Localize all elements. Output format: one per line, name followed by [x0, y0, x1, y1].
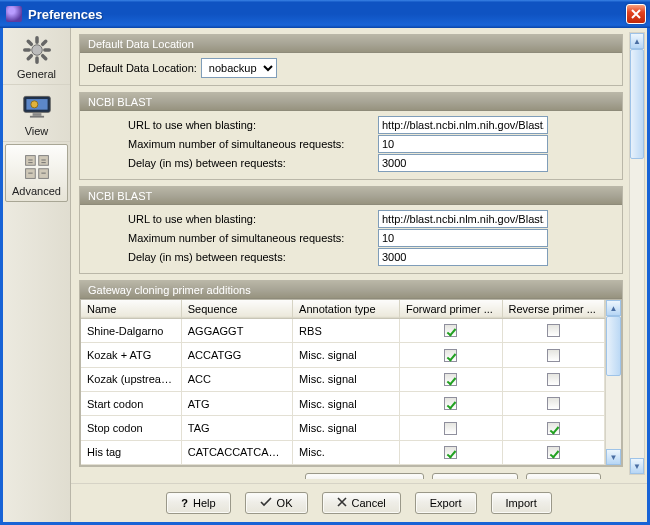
default-location-select[interactable]: nobackup	[201, 58, 277, 78]
cell-sequence[interactable]: ACC	[181, 367, 292, 391]
table-row[interactable]: His tagCATCACCATCACC...Misc.	[81, 440, 605, 464]
col-annotation[interactable]: Annotation type	[293, 300, 400, 319]
close-button[interactable]	[626, 4, 646, 24]
blast-url-input[interactable]	[378, 116, 548, 134]
forward-checkbox[interactable]	[444, 446, 457, 459]
blast-delay-input[interactable]	[378, 154, 548, 172]
cell-annotation[interactable]: Misc. signal	[293, 343, 400, 367]
scroll-up-icon[interactable]: ▲	[606, 300, 621, 316]
scroll-thumb[interactable]	[630, 49, 644, 159]
scroll-area: Default Data Location Default Data Locat…	[71, 28, 647, 479]
blast-delay-input[interactable]	[378, 248, 548, 266]
help-icon: ?	[181, 497, 188, 509]
scroll-down-icon[interactable]: ▼	[606, 449, 621, 465]
forward-checkbox[interactable]	[444, 422, 457, 435]
cell-annotation[interactable]: Misc. signal	[293, 416, 400, 440]
cell-sequence[interactable]: AGGAGGT	[181, 319, 292, 343]
cell-reverse[interactable]	[502, 416, 605, 440]
forward-checkbox[interactable]	[444, 397, 457, 410]
group-ncbi-blast-2: NCBI BLAST URL to use when blasting: Max…	[79, 186, 623, 274]
col-forward[interactable]: Forward primer ...	[400, 300, 502, 319]
group-header: NCBI BLAST	[80, 93, 622, 111]
pane-scrollbar[interactable]: ▲ ▼	[629, 32, 645, 475]
delete-row-button[interactable]: Delete Row	[432, 473, 519, 479]
table-row[interactable]: Kozak + ATGACCATGGMisc. signal	[81, 343, 605, 367]
group-default-location: Default Data Location Default Data Locat…	[79, 34, 623, 86]
cell-name[interactable]: Start codon	[81, 391, 181, 415]
reverse-checkbox[interactable]	[547, 324, 560, 337]
scroll-up-icon[interactable]: ▲	[630, 33, 644, 49]
cell-reverse[interactable]	[502, 440, 605, 464]
ok-button[interactable]: OK	[245, 492, 308, 514]
gear-icon	[3, 34, 70, 66]
cell-forward[interactable]	[400, 391, 502, 415]
gateway-button-row: Add Default Rows Delete Row Add Row	[79, 467, 623, 479]
col-name[interactable]: Name	[81, 300, 181, 319]
blast-max-input[interactable]	[378, 135, 548, 153]
cell-annotation[interactable]: RBS	[293, 319, 400, 343]
reverse-checkbox[interactable]	[547, 422, 560, 435]
scroll-down-icon[interactable]: ▼	[630, 458, 644, 474]
add-default-rows-button[interactable]: Add Default Rows	[305, 473, 423, 479]
cancel-label: Cancel	[352, 497, 386, 509]
table-row[interactable]: Kozak (upstream o...ACCMisc. signal	[81, 367, 605, 391]
export-button[interactable]: Export	[415, 492, 477, 514]
cell-sequence[interactable]: ACCATGG	[181, 343, 292, 367]
group-header: NCBI BLAST	[80, 187, 622, 205]
help-button[interactable]: ?Help	[166, 492, 230, 514]
cell-forward[interactable]	[400, 367, 502, 391]
col-reverse[interactable]: Reverse primer ...	[502, 300, 605, 319]
table-row[interactable]: Start codonATGMisc. signal	[81, 391, 605, 415]
cell-name[interactable]: His tag	[81, 440, 181, 464]
cell-annotation[interactable]: Misc. signal	[293, 391, 400, 415]
reverse-checkbox[interactable]	[547, 446, 560, 459]
import-button[interactable]: Import	[491, 492, 552, 514]
svg-point-3	[30, 101, 37, 108]
cell-sequence[interactable]: TAG	[181, 416, 292, 440]
forward-checkbox[interactable]	[444, 349, 457, 362]
cell-reverse[interactable]	[502, 319, 605, 343]
scroll-thumb[interactable]	[606, 316, 621, 376]
add-row-button[interactable]: Add Row	[526, 473, 601, 479]
gateway-table: Name Sequence Annotation type Forward pr…	[80, 299, 622, 466]
cell-forward[interactable]	[400, 319, 502, 343]
cell-name[interactable]: Kozak + ATG	[81, 343, 181, 367]
sidebar-item-advanced[interactable]: Advanced	[5, 144, 68, 202]
blast-max-input[interactable]	[378, 229, 548, 247]
reverse-checkbox[interactable]	[547, 349, 560, 362]
cell-reverse[interactable]	[502, 391, 605, 415]
cancel-button[interactable]: Cancel	[322, 492, 401, 514]
forward-checkbox[interactable]	[444, 324, 457, 337]
table-row[interactable]: Shine-DalgarnoAGGAGGTRBS	[81, 319, 605, 343]
cell-forward[interactable]	[400, 440, 502, 464]
check-icon	[260, 497, 272, 509]
cell-sequence[interactable]: CATCACCATCACC...	[181, 440, 292, 464]
group-header: Default Data Location	[80, 35, 622, 53]
preferences-main: Default Data Location Default Data Locat…	[71, 28, 647, 522]
blast-url-input[interactable]	[378, 210, 548, 228]
cell-forward[interactable]	[400, 343, 502, 367]
sidebar-item-label: View	[3, 125, 70, 137]
table-row[interactable]: Stop codonTAGMisc. signal	[81, 416, 605, 440]
cell-forward[interactable]	[400, 416, 502, 440]
cell-annotation[interactable]: Misc.	[293, 440, 400, 464]
blast-max-label: Maximum number of simultaneous requests:	[128, 138, 378, 150]
sidebar-item-view[interactable]: View	[3, 85, 70, 142]
cell-name[interactable]: Stop codon	[81, 416, 181, 440]
dialog-button-row: ?Help OK Cancel Export Import	[71, 483, 647, 522]
cell-sequence[interactable]: ATG	[181, 391, 292, 415]
window-body: General View Advanced Default Data Locat…	[0, 28, 650, 525]
cell-annotation[interactable]: Misc. signal	[293, 367, 400, 391]
cell-name[interactable]: Shine-Dalgarno	[81, 319, 181, 343]
col-sequence[interactable]: Sequence	[181, 300, 292, 319]
cell-reverse[interactable]	[502, 343, 605, 367]
reverse-checkbox[interactable]	[547, 397, 560, 410]
table-scrollbar[interactable]: ▲ ▼	[605, 300, 621, 465]
svg-point-0	[31, 45, 42, 56]
forward-checkbox[interactable]	[444, 373, 457, 386]
cell-reverse[interactable]	[502, 367, 605, 391]
reverse-checkbox[interactable]	[547, 373, 560, 386]
sidebar-item-general[interactable]: General	[3, 28, 70, 85]
cell-name[interactable]: Kozak (upstream o...	[81, 367, 181, 391]
advanced-icon	[6, 151, 67, 183]
